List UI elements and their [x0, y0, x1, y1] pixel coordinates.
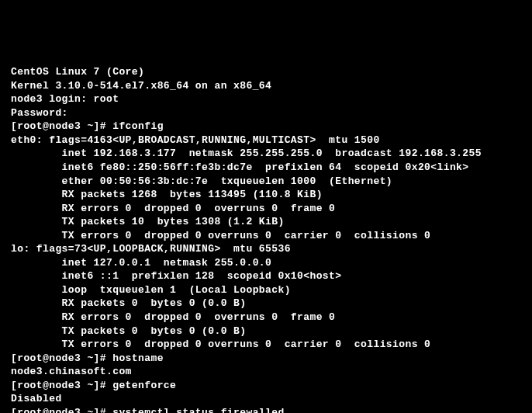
terminal-line: TX errors 0 dropped 0 overruns 0 carrier…	[11, 338, 521, 352]
terminal-line: Password:	[11, 106, 521, 120]
terminal-line: [root@node3 ~]# hostname	[11, 352, 521, 366]
terminal-line: eth0: flags=4163<UP,BROADCAST,RUNNING,MU…	[11, 134, 521, 148]
terminal-line: RX packets 0 bytes 0 (0.0 B)	[11, 297, 521, 311]
terminal-line: node3.chinasoft.com	[11, 365, 521, 379]
terminal-line: [root@node3 ~]# systemctl status firewal…	[11, 406, 521, 413]
terminal-line: TX packets 10 bytes 1308 (1.2 KiB)	[11, 215, 521, 229]
terminal-line: [root@node3 ~]# ifconfig	[11, 120, 521, 134]
terminal-line: [root@node3 ~]# getenforce	[11, 379, 521, 393]
terminal-output[interactable]: CentOS Linux 7 (Core)Kernel 3.10.0-514.e…	[11, 65, 521, 413]
terminal-line: lo: flags=73<UP,LOOPBACK,RUNNING> mtu 65…	[11, 242, 521, 256]
terminal-line: loop txqueuelen 1 (Local Loopback)	[11, 283, 521, 297]
terminal-line: inet 127.0.0.1 netmask 255.0.0.0	[11, 256, 521, 270]
terminal-line: Kernel 3.10.0-514.el7.x86_64 on an x86_6…	[11, 79, 521, 93]
terminal-line: Disabled	[11, 392, 521, 406]
terminal-line: RX packets 1268 bytes 113495 (110.8 KiB)	[11, 188, 521, 202]
terminal-line: inet6 fe80::250:56ff:fe3b:dc7e prefixlen…	[11, 161, 521, 175]
terminal-line: RX errors 0 dropped 0 overruns 0 frame 0	[11, 202, 521, 216]
terminal-line: inet6 ::1 prefixlen 128 scopeid 0x10<hos…	[11, 269, 521, 283]
terminal-line: ether 00:50:56:3b:dc:7e txqueuelen 1000 …	[11, 175, 521, 189]
terminal-line: node3 login: root	[11, 92, 521, 106]
terminal-line: TX packets 0 bytes 0 (0.0 B)	[11, 324, 521, 338]
terminal-line: CentOS Linux 7 (Core)	[11, 65, 521, 79]
terminal-line: TX errors 0 dropped 0 overruns 0 carrier…	[11, 229, 521, 243]
terminal-line: RX errors 0 dropped 0 overruns 0 frame 0	[11, 311, 521, 324]
terminal-line: inet 192.168.3.177 netmask 255.255.255.0…	[11, 147, 521, 161]
